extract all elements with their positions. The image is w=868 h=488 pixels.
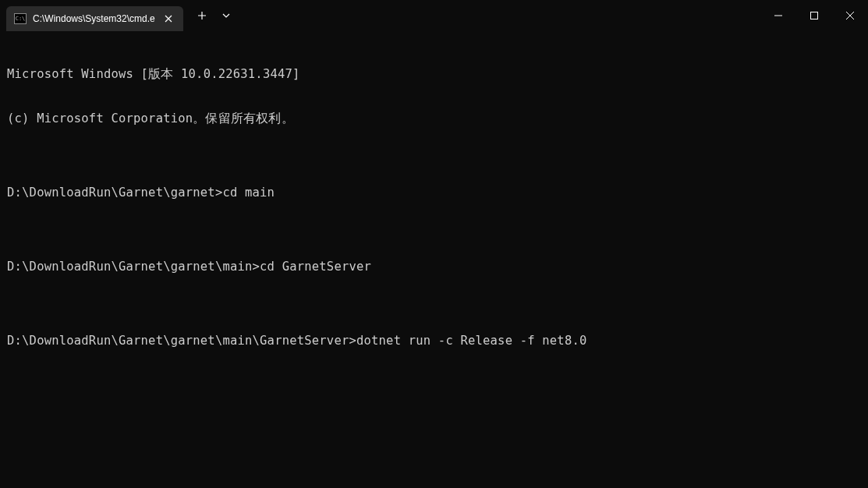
svg-rect-0 — [811, 12, 818, 19]
minimize-icon — [774, 12, 782, 19]
new-tab-button[interactable] — [190, 5, 214, 27]
output-line: D:\DownloadRun\Garnet\garnet>cd main — [7, 186, 861, 200]
close-window-button[interactable] — [832, 0, 868, 31]
output-line: D:\DownloadRun\Garnet\garnet\main\Garnet… — [7, 334, 861, 348]
terminal-output[interactable]: Microsoft Windows [版本 10.0.22631.3447] (… — [0, 31, 868, 370]
minimize-button[interactable] — [760, 0, 796, 31]
close-icon — [846, 12, 854, 19]
tabs-section: C:\ C:\Windows\System32\cmd.e — [0, 0, 238, 31]
cmd-icon: C:\ — [14, 13, 27, 24]
window-titlebar: C:\ C:\Windows\System32\cmd.e — [0, 0, 868, 31]
output-line: (c) Microsoft Corporation。保留所有权利。 — [7, 111, 861, 126]
window-controls — [760, 0, 868, 31]
tab-actions — [183, 0, 238, 31]
output-line: D:\DownloadRun\Garnet\garnet\main>cd Gar… — [7, 260, 861, 274]
maximize-button[interactable] — [796, 0, 832, 31]
tab-title: C:\Windows\System32\cmd.e — [33, 13, 155, 24]
tab-dropdown-button[interactable] — [214, 7, 238, 24]
tab-cmd[interactable]: C:\ C:\Windows\System32\cmd.e — [6, 6, 183, 31]
output-line: Microsoft Windows [版本 10.0.22631.3447] — [7, 67, 861, 82]
tab-close-button[interactable] — [161, 13, 175, 24]
chevron-down-icon — [222, 13, 230, 18]
plus-icon — [197, 11, 207, 20]
close-icon — [165, 15, 172, 23]
maximize-icon — [810, 12, 818, 19]
